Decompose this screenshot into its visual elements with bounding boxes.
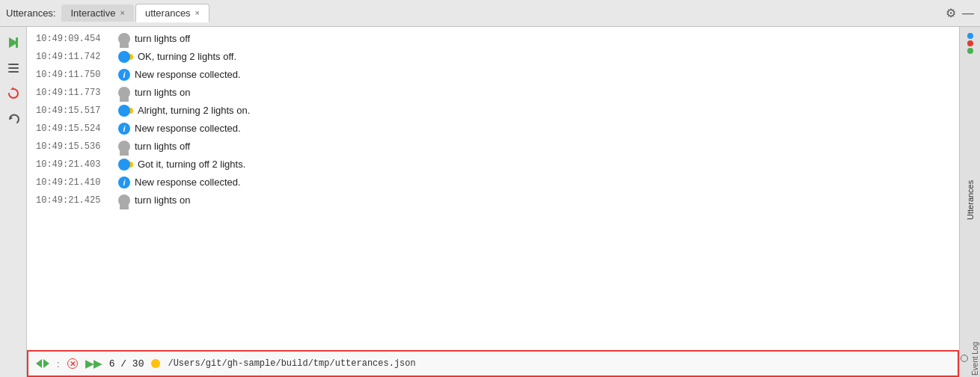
- gear-icon[interactable]: ⚙: [946, 6, 956, 20]
- log-time: 10:49:21.403: [36, 158, 118, 171]
- stop-icon[interactable]: ✕: [67, 358, 78, 369]
- log-time: 10:49:15.517: [36, 104, 118, 117]
- log-time: 10:49:15.536: [36, 140, 118, 153]
- radio-icon: [961, 355, 968, 362]
- info-icon: i: [118, 177, 130, 188]
- right-sidebar: Utterances Event Log: [959, 27, 980, 377]
- minimize-icon[interactable]: —: [962, 7, 974, 20]
- log-message: Got it, turning off 2 lights.: [138, 157, 245, 172]
- main-area: 10:49:09.454 turn lights off 10:49:11.74…: [0, 27, 980, 377]
- file-path: /Users/git/gh-sample/build/tmp/utterance…: [168, 358, 415, 369]
- undo-sidebar-icon[interactable]: [4, 109, 23, 129]
- tab-bar: Utterances: Interactive × utterances × ⚙…: [0, 0, 980, 27]
- refresh-sidebar-icon[interactable]: [4, 84, 23, 103]
- log-time: 10:49:21.425: [36, 194, 118, 207]
- log-time: 10:49:11.750: [36, 68, 118, 82]
- assistant-icon: [118, 51, 133, 63]
- dot-green: [967, 48, 973, 54]
- svg-rect-6: [8, 67, 10, 69]
- log-message: New response collected.: [135, 121, 241, 136]
- utterances-sidebar-label[interactable]: Utterances: [963, 60, 978, 340]
- status-dot-icon: [151, 359, 160, 368]
- svg-rect-2: [8, 64, 19, 65]
- tab-utterances[interactable]: utterances ×: [135, 4, 209, 22]
- svg-rect-4: [8, 71, 19, 73]
- log-message: New response collected.: [135, 175, 241, 190]
- list-item: 10:49:11.773 turn lights on: [27, 84, 959, 102]
- status-count: 6 / 30: [109, 358, 144, 370]
- arrow-right-icon[interactable]: [43, 359, 49, 368]
- event-log-label: Event Log: [958, 340, 980, 377]
- info-icon: i: [118, 69, 130, 81]
- separator: :: [57, 358, 60, 370]
- log-message: turn lights off: [135, 31, 190, 46]
- svg-rect-5: [8, 64, 10, 65]
- log-message: OK, turning 2 lights off.: [138, 49, 236, 64]
- dot-red: [967, 40, 973, 46]
- log-message: New response collected.: [135, 67, 241, 82]
- svg-rect-7: [8, 71, 10, 73]
- status-bar: : ✕ ▶▶ 6 / 30 /Users/git/gh-sample/build…: [27, 350, 959, 377]
- list-item: 10:49:15.517 Alright, turning 2 lights o…: [27, 102, 959, 120]
- fast-forward-icon[interactable]: ▶▶: [85, 358, 102, 370]
- person-icon: [118, 87, 130, 99]
- list-item: 10:49:21.425 turn lights on: [27, 191, 959, 209]
- info-icon: i: [118, 123, 130, 135]
- play-controls: ▶▶: [85, 358, 102, 370]
- svg-rect-3: [8, 67, 19, 69]
- left-sidebar: [0, 27, 27, 377]
- dot-blue: [967, 33, 973, 39]
- list-item: 10:49:11.750 i New response collected.: [27, 66, 959, 84]
- list-item: 10:49:21.410 i New response collected.: [27, 174, 959, 191]
- arrow-left-icon[interactable]: [36, 359, 42, 368]
- assistant-icon: [118, 159, 133, 171]
- log-message: turn lights on: [135, 85, 190, 100]
- list-item: 10:49:21.403 Got it, turning off 2 light…: [27, 156, 959, 174]
- log-time: 10:49:21.410: [36, 176, 118, 189]
- tab-utterances-close[interactable]: ×: [195, 9, 200, 17]
- play-sidebar-icon[interactable]: [4, 33, 23, 52]
- tab-interactive-label: Interactive: [70, 7, 115, 19]
- tab-utterances-label: utterances: [145, 7, 191, 19]
- person-icon: [118, 33, 130, 45]
- log-time: 10:49:09.454: [36, 32, 118, 46]
- log-time: 10:49:11.773: [36, 86, 118, 99]
- person-icon: [118, 141, 130, 153]
- svg-marker-8: [10, 87, 13, 90]
- tab-bar-label: Utterances:: [6, 7, 55, 19]
- log-time: 10:49:15.524: [36, 122, 118, 135]
- tab-interactive-close[interactable]: ×: [120, 9, 124, 17]
- person-icon: [118, 194, 130, 206]
- list-item: 10:49:11.742 OK, turning 2 lights off.: [27, 48, 959, 66]
- log-message: turn lights on: [135, 193, 190, 208]
- assistant-icon: [118, 105, 133, 117]
- log-time: 10:49:11.742: [36, 50, 118, 64]
- log-list[interactable]: 10:49:09.454 turn lights off 10:49:11.74…: [27, 27, 959, 350]
- svg-rect-1: [16, 37, 18, 48]
- list-item: 10:49:15.524 i New response collected.: [27, 120, 959, 138]
- tab-interactive[interactable]: Interactive ×: [61, 4, 133, 22]
- list-item: 10:49:15.536 turn lights off: [27, 138, 959, 156]
- log-message: turn lights off: [135, 139, 190, 154]
- utterances-dots-icon: [960, 27, 981, 60]
- nav-arrows: [36, 359, 49, 368]
- log-message: Alright, turning 2 lights on.: [138, 103, 250, 118]
- content-panel: 10:49:09.454 turn lights off 10:49:11.74…: [27, 27, 959, 377]
- event-log-text: Event Log: [971, 342, 979, 376]
- list-item: 10:49:09.454 turn lights off: [27, 30, 959, 48]
- list-sidebar-icon[interactable]: [4, 58, 23, 78]
- tab-bar-actions: ⚙ —: [946, 6, 974, 20]
